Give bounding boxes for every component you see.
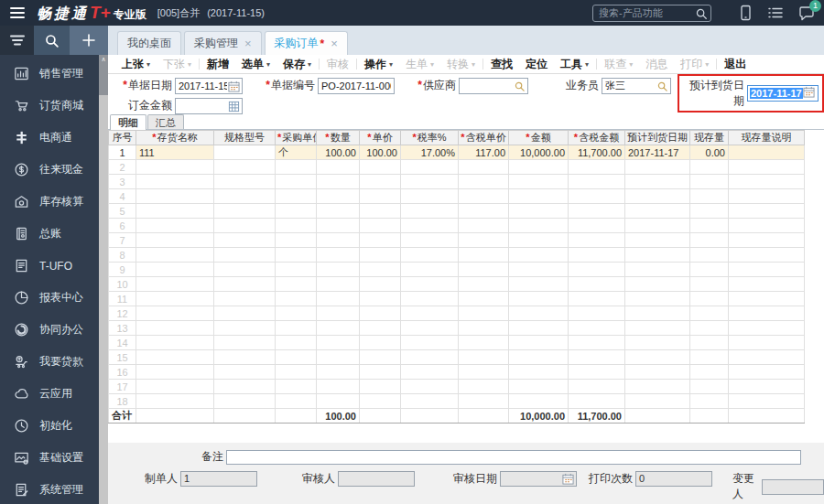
menu-search-icon[interactable] — [34, 26, 70, 55]
grid-cell[interactable] — [360, 292, 401, 306]
grid-cell[interactable] — [214, 160, 276, 175]
grid-cell[interactable] — [625, 380, 690, 394]
grid-cell[interactable] — [690, 219, 729, 233]
lookup-icon[interactable] — [514, 80, 526, 95]
grid-cell[interactable] — [276, 204, 317, 219]
row-number[interactable]: 10 — [109, 277, 136, 292]
grid-cell[interactable] — [509, 380, 569, 394]
grid-cell[interactable] — [729, 160, 805, 175]
sidebar-item-9[interactable]: 我要贷款 — [0, 346, 99, 378]
grid-cell[interactable] — [509, 248, 569, 263]
grid-cell[interactable] — [509, 394, 569, 409]
grid-cell[interactable] — [401, 233, 459, 248]
grid-cell[interactable] — [625, 394, 690, 409]
add-tab-icon[interactable] — [70, 26, 108, 55]
grid-cell[interactable] — [729, 292, 805, 306]
row-number[interactable]: 5 — [109, 204, 136, 219]
row-number[interactable]: 14 — [109, 336, 136, 350]
grid-cell[interactable] — [214, 219, 276, 233]
grid-cell[interactable] — [729, 336, 805, 350]
toolbar-定位-button[interactable]: 定位 — [519, 57, 554, 72]
grid-cell[interactable]: 0.00 — [690, 145, 729, 160]
grid-cell[interactable] — [401, 350, 459, 365]
grid-cell[interactable] — [360, 175, 401, 189]
toolbar-退出-button[interactable]: 退出 — [718, 57, 753, 72]
grid-cell[interactable] — [317, 321, 360, 336]
grid-cell[interactable] — [509, 292, 569, 306]
row-number[interactable]: 2 — [109, 160, 136, 175]
sidebar-item-8[interactable]: 协同办公 — [0, 314, 99, 346]
grid-cell[interactable] — [214, 365, 276, 380]
grid-cell[interactable] — [317, 248, 360, 263]
sidebar-item-3[interactable]: 往来现金 — [0, 154, 99, 186]
grid-cell[interactable] — [509, 189, 569, 204]
grid-cell[interactable] — [276, 321, 317, 336]
grid-cell[interactable] — [690, 321, 729, 336]
grid-cell[interactable] — [509, 175, 569, 189]
grid-cell[interactable] — [459, 365, 509, 380]
grid-cell[interactable]: 17.00% — [401, 145, 459, 160]
grid-header-4[interactable]: *数量 — [317, 131, 360, 145]
row-number[interactable]: 17 — [109, 380, 136, 394]
grid-cell[interactable] — [136, 219, 214, 233]
grid-cell[interactable] — [401, 160, 459, 175]
grid-cell[interactable] — [459, 336, 509, 350]
grid-cell[interactable] — [401, 277, 459, 292]
grid-cell[interactable] — [459, 350, 509, 365]
grid-cell[interactable] — [509, 306, 569, 321]
grid-cell[interactable] — [625, 350, 690, 365]
grid-cell[interactable] — [569, 394, 625, 409]
grid-cell[interactable] — [317, 350, 360, 365]
grid-cell[interactable] — [401, 219, 459, 233]
grid-cell[interactable] — [509, 219, 569, 233]
toolbar-查找-button[interactable]: 查找 — [484, 57, 519, 72]
row-number[interactable]: 9 — [109, 263, 136, 277]
grid-cell[interactable] — [569, 380, 625, 394]
tab-close-icon[interactable]: × — [244, 39, 252, 48]
grid-cell[interactable] — [509, 336, 569, 350]
sidebar-item-1[interactable]: 订货商城 — [0, 90, 99, 122]
grid-cell[interactable] — [317, 189, 360, 204]
grid-cell[interactable] — [690, 394, 729, 409]
grid-cell[interactable] — [729, 365, 805, 380]
sidebar-item-6[interactable]: T-UFO — [0, 250, 99, 282]
grid-cell[interactable] — [401, 292, 459, 306]
grid-cell[interactable] — [401, 306, 459, 321]
grid-cell[interactable]: 个 — [276, 145, 317, 160]
search-input[interactable] — [593, 7, 689, 18]
grid-cell[interactable] — [690, 350, 729, 365]
grid-cell[interactable] — [136, 321, 214, 336]
grid-cell[interactable] — [690, 204, 729, 219]
grid-cell[interactable] — [459, 292, 509, 306]
grid-cell[interactable] — [136, 204, 214, 219]
grid-cell[interactable] — [459, 204, 509, 219]
grid-cell[interactable] — [360, 336, 401, 350]
scrollbar-thumb[interactable]: ∧ — [99, 55, 108, 95]
grid-header-8[interactable]: *金额 — [509, 131, 569, 145]
grid-cell[interactable] — [690, 160, 729, 175]
sidebar-item-12[interactable]: 基础设置 — [0, 442, 99, 474]
grid-cell[interactable] — [360, 160, 401, 175]
tab-1[interactable]: 采购管理× — [184, 31, 262, 55]
grid-cell[interactable] — [729, 189, 805, 204]
grid-cell[interactable] — [459, 248, 509, 263]
grid-cell[interactable] — [625, 204, 690, 219]
grid-cell[interactable] — [459, 233, 509, 248]
grid-cell[interactable] — [459, 263, 509, 277]
grid-cell[interactable] — [276, 189, 317, 204]
grid-cell[interactable] — [569, 336, 625, 350]
grid-cell[interactable] — [360, 277, 401, 292]
grid-cell[interactable] — [625, 160, 690, 175]
grid-cell[interactable] — [401, 394, 459, 409]
grid-cell[interactable] — [214, 350, 276, 365]
grid-cell[interactable] — [360, 219, 401, 233]
grid-header-9[interactable]: *含税金额 — [569, 131, 625, 145]
sidebar-item-13[interactable]: 系统管理 — [0, 474, 99, 504]
grid-cell[interactable] — [729, 263, 805, 277]
grid-cell[interactable] — [214, 175, 276, 189]
grid-header-7[interactable]: *含税单价 — [459, 131, 509, 145]
grid-cell[interactable] — [625, 321, 690, 336]
grid-cell[interactable] — [729, 380, 805, 394]
grid-cell[interactable] — [401, 321, 459, 336]
grid-cell[interactable] — [214, 277, 276, 292]
